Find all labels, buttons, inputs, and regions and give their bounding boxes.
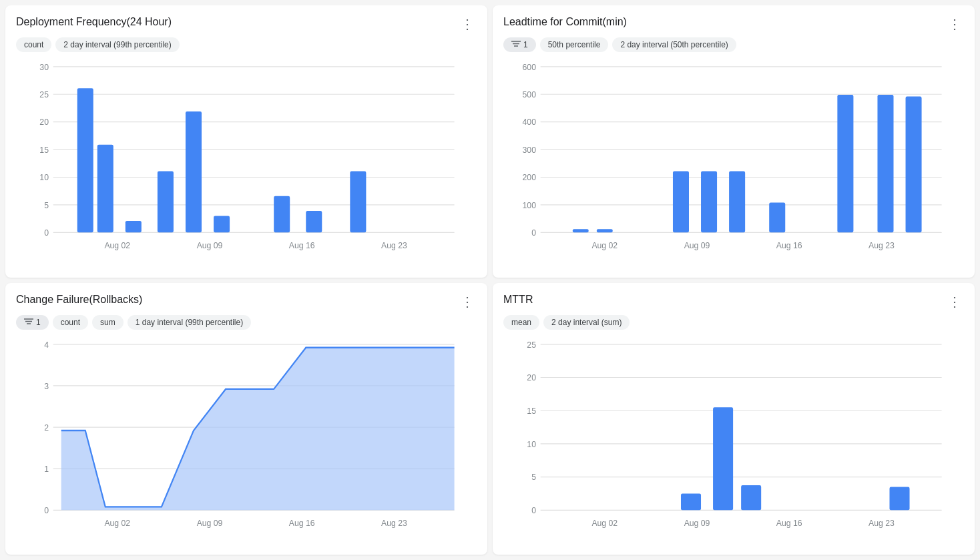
filter-icon: [24, 318, 33, 327]
svg-text:100: 100: [523, 200, 536, 210]
chip-1[interactable]: count: [53, 315, 88, 330]
svg-rect-91: [681, 493, 701, 510]
filter-icon: [511, 40, 521, 49]
svg-text:0: 0: [531, 505, 536, 515]
svg-text:500: 500: [523, 90, 536, 99]
svg-rect-54: [837, 95, 853, 232]
more-menu-icon[interactable]: ⋮: [945, 294, 964, 310]
svg-text:0: 0: [44, 228, 49, 238]
svg-text:15: 15: [527, 406, 536, 415]
svg-text:Aug 23: Aug 23: [869, 241, 895, 250]
svg-text:4: 4: [44, 340, 49, 349]
svg-text:1: 1: [44, 464, 49, 473]
chip-label: count: [24, 40, 43, 49]
area-chart-svg: 01234Aug 02Aug 09Aug 16Aug 23: [16, 336, 477, 550]
svg-rect-55: [877, 95, 893, 232]
chip-1[interactable]: 2 day interval (sum): [543, 315, 630, 330]
chip-label: 2 day interval (50th percentile): [620, 40, 728, 49]
chip-label: 1: [523, 40, 528, 49]
card-title: Leadtime for Commit(min): [503, 16, 627, 28]
svg-rect-22: [186, 111, 202, 232]
card-title: Deployment Frequency(24 Hour): [16, 16, 172, 28]
svg-rect-49: [597, 229, 613, 232]
svg-text:Aug 02: Aug 02: [104, 518, 130, 527]
svg-text:5: 5: [44, 200, 49, 210]
svg-text:25: 25: [39, 90, 49, 99]
svg-text:Aug 16: Aug 16: [776, 241, 802, 250]
more-menu-icon[interactable]: ⋮: [945, 16, 964, 32]
bar-chart-svg: 0510152025Aug 02Aug 09Aug 16Aug 23: [503, 336, 964, 550]
svg-text:600: 600: [523, 62, 536, 71]
chip-3[interactable]: 1 day interval (99th percentile): [128, 315, 251, 330]
chip-label: count: [61, 318, 80, 327]
svg-rect-25: [306, 211, 322, 232]
svg-text:Aug 02: Aug 02: [591, 241, 618, 250]
card-mttr: MTTR⋮mean2 day interval (sum)0510152025A…: [493, 283, 975, 555]
svg-text:Aug 02: Aug 02: [591, 518, 618, 527]
card-title: MTTR: [503, 294, 533, 306]
chip-label: 2 day interval (99th percentile): [63, 40, 171, 49]
more-menu-icon[interactable]: ⋮: [458, 294, 477, 310]
svg-text:5: 5: [531, 473, 536, 482]
chip-label: 2 day interval (sum): [551, 318, 622, 327]
svg-text:0: 0: [44, 505, 49, 515]
svg-text:Aug 09: Aug 09: [197, 518, 223, 527]
chip-label: sum: [100, 318, 115, 327]
svg-text:Aug 16: Aug 16: [289, 518, 315, 527]
bar-chart-svg: 0100200300400500600Aug 02Aug 09Aug 16Aug…: [503, 59, 964, 272]
svg-rect-92: [713, 407, 733, 510]
svg-text:15: 15: [39, 145, 49, 154]
svg-text:0: 0: [531, 228, 536, 238]
chip-0[interactable]: 1: [503, 37, 536, 52]
svg-rect-21: [158, 171, 174, 232]
svg-marker-74: [61, 347, 455, 510]
card-header: Change Failure(Rollbacks)⋮: [16, 294, 477, 310]
svg-rect-19: [97, 145, 113, 233]
svg-rect-53: [769, 203, 785, 233]
card-leadtime-commit: Leadtime for Commit(min)⋮150th percentil…: [493, 5, 975, 278]
svg-rect-51: [701, 171, 717, 232]
svg-rect-93: [741, 485, 761, 510]
card-header: MTTR⋮: [503, 294, 964, 310]
chart-area: 0100200300400500600Aug 02Aug 09Aug 16Aug…: [503, 59, 964, 272]
chip-2[interactable]: 2 day interval (50th percentile): [612, 37, 736, 52]
chart-area: 0510152025Aug 02Aug 09Aug 16Aug 23: [503, 336, 964, 550]
chart-area: 051015202530Aug 02Aug 09Aug 16Aug 23: [16, 59, 477, 272]
chip-label: 50th percentile: [548, 40, 601, 49]
dashboard: Deployment Frequency(24 Hour)⋮count2 day…: [0, 0, 980, 560]
chip-0[interactable]: mean: [503, 315, 539, 330]
svg-text:25: 25: [527, 340, 536, 349]
svg-rect-26: [350, 171, 366, 232]
svg-text:Aug 02: Aug 02: [104, 241, 130, 250]
svg-text:20: 20: [527, 372, 536, 382]
chip-0[interactable]: count: [16, 37, 51, 52]
svg-text:2: 2: [44, 423, 49, 432]
svg-text:400: 400: [523, 117, 536, 127]
svg-text:Aug 16: Aug 16: [289, 241, 315, 250]
svg-text:3: 3: [44, 381, 49, 390]
chip-1[interactable]: 50th percentile: [540, 37, 609, 52]
chip-2[interactable]: sum: [92, 315, 124, 330]
chip-label: 1: [36, 318, 41, 327]
svg-text:Aug 23: Aug 23: [869, 518, 895, 527]
svg-text:10: 10: [39, 173, 49, 182]
chip-1[interactable]: 2 day interval (99th percentile): [55, 37, 179, 52]
more-menu-icon[interactable]: ⋮: [458, 16, 477, 32]
card-header: Leadtime for Commit(min)⋮: [503, 16, 964, 32]
card-change-failure: Change Failure(Rollbacks)⋮1countsum1 day…: [5, 283, 487, 555]
svg-text:200: 200: [523, 173, 536, 182]
svg-text:Aug 23: Aug 23: [381, 241, 407, 250]
chip-0[interactable]: 1: [16, 315, 49, 330]
chip-label: 1 day interval (99th percentile): [136, 318, 243, 327]
svg-rect-52: [729, 171, 745, 232]
svg-rect-18: [77, 88, 93, 232]
chips-container: mean2 day interval (sum): [503, 315, 964, 330]
chips-container: count2 day interval (99th percentile): [16, 37, 477, 52]
svg-text:300: 300: [523, 145, 536, 154]
svg-text:10: 10: [527, 439, 536, 449]
chips-container: 1countsum1 day interval (99th percentile…: [16, 315, 477, 330]
svg-text:Aug 16: Aug 16: [776, 518, 802, 527]
svg-rect-20: [126, 221, 142, 232]
card-deployment-frequency: Deployment Frequency(24 Hour)⋮count2 day…: [5, 5, 487, 278]
chip-label: mean: [511, 318, 531, 327]
